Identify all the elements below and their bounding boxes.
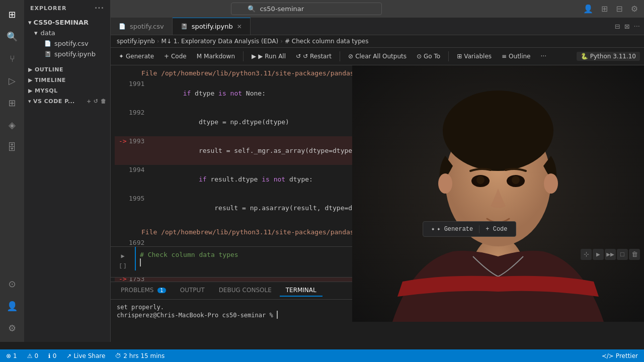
status-errors[interactable]: ⊗ 1: [4, 349, 19, 362]
add-icon[interactable]: +: [87, 98, 92, 105]
live-share-button[interactable]: ↗ Live Share: [64, 349, 107, 362]
debug-console-tab[interactable]: DEBUG CONSOLE: [213, 285, 278, 297]
python-version-badge[interactable]: 🐍 Python 3.11.10: [577, 52, 640, 61]
tab-more-icon[interactable]: ···: [634, 23, 640, 30]
markdown-button[interactable]: M Markdown: [193, 51, 239, 62]
status-bar: ⊗ 1 ⚠ 0 ℹ 0 ↗ Live Share ⏱ 2 hrs 15 mins…: [0, 349, 644, 362]
code-line-1993: -> 1993 result = self._mgr.as_array(dtyp…: [115, 136, 640, 165]
variables-button[interactable]: ⊞ Variables: [453, 51, 496, 62]
account-activity-icon[interactable]: 👤: [2, 296, 22, 316]
tab-split-icon[interactable]: ⊠: [624, 23, 630, 30]
prettier-icon: ≺/≻: [602, 352, 614, 359]
kill-terminal-icon[interactable]: 🗑: [604, 287, 611, 295]
account-icon[interactable]: 👤: [581, 2, 595, 16]
cell-line-2: [140, 258, 612, 266]
jupyter-icon[interactable]: ◈: [2, 115, 22, 135]
sidebar-sub-files: ▾ data 📄 spotify.csv 📓 spotify.ipynb: [24, 28, 110, 59]
sidebar-folder-data[interactable]: ▾ data: [30, 28, 110, 38]
search-activity-icon[interactable]: 🔍: [2, 26, 22, 46]
live-share-label: Live Share: [73, 352, 105, 359]
cell-delete-button[interactable]: 🗑: [629, 249, 640, 260]
run-below-button[interactable]: ▶▶: [605, 249, 616, 260]
sidebar-more-button[interactable]: ···: [95, 4, 104, 12]
cell-run-btn[interactable]: ▶: [118, 251, 128, 261]
error-icon: ⊗: [6, 352, 11, 359]
mysql-label: MYSQL: [35, 87, 58, 94]
clear-icon: ⊘: [348, 53, 353, 60]
tab-layout-icon[interactable]: ⊟: [615, 23, 620, 30]
breadcrumb-file[interactable]: spotify.ipynb: [117, 38, 155, 45]
sidebar-vscode-section[interactable]: ▾ VS CODE P... + ↺ 🗑: [24, 96, 110, 107]
tab-close-button[interactable]: ✕: [237, 23, 242, 30]
maximize-panel-icon[interactable]: ⬆: [625, 287, 630, 295]
sidebar-folder-root[interactable]: ▾ CS50-SEMINAR: [24, 17, 110, 28]
tab-ipynb-label: spotify.ipynb: [192, 23, 233, 30]
file-path-2a: File /opt/homebrew/lib/python3.11/site-p…: [141, 228, 381, 236]
run-cell-button[interactable]: ▶: [593, 249, 604, 260]
cell-format-button[interactable]: □: [617, 249, 628, 260]
active-cell-content[interactable]: # Check column data types: [135, 247, 616, 270]
extensions-icon[interactable]: ⊞: [2, 93, 22, 113]
search-bar[interactable]: 🔍 cs50-seminar: [32, 3, 581, 15]
status-warnings[interactable]: ⚠ 0: [25, 349, 40, 362]
sidebar-timeline-section[interactable]: ▶ TIMELINE: [24, 75, 110, 85]
info-icon: ℹ: [48, 352, 51, 359]
file-path-1: File /opt/homebrew/lib/python3.11/site-p…: [141, 69, 633, 77]
sidebar-root-section: ▾ CS50-SEMINAR ▾ data 📄 spotify.csv 📓 sp…: [24, 16, 110, 60]
search-input[interactable]: 🔍 cs50-seminar: [231, 3, 382, 15]
terminal-cursor: [277, 311, 278, 319]
explorer-icon[interactable]: ⊞: [2, 4, 22, 24]
terminal-tab[interactable]: TERMINAL: [280, 285, 323, 297]
restart-label: ↺ Restart: [303, 53, 332, 60]
status-info[interactable]: ℹ 0: [46, 349, 58, 362]
restart-button[interactable]: ↺ ↺ Restart: [292, 51, 336, 62]
terminal-content: set properly. chrisperez@Chris-MacBook-P…: [111, 300, 644, 323]
breadcrumb-section[interactable]: M↓ 1. Exploratory Data Analysis (EDA): [162, 38, 279, 45]
problems-tab[interactable]: PROBLEMS 1: [115, 285, 172, 297]
run-all-button[interactable]: ▶ ▶ Run All: [248, 51, 290, 62]
add-code-button[interactable]: + Code: [160, 51, 191, 62]
remote-icon[interactable]: ⊙: [2, 274, 22, 294]
prettier-button[interactable]: ≺/≻ Prettier: [600, 352, 640, 359]
goto-button[interactable]: ⊙ Go To: [413, 51, 444, 62]
run-all-icon: ▶: [252, 53, 256, 60]
sidebar-item-ipynb[interactable]: 📓 spotify.ipynb: [40, 49, 110, 59]
output-tab[interactable]: OUTPUT: [174, 285, 211, 297]
close-panel-icon[interactable]: ✕: [634, 287, 640, 295]
tab-ipynb[interactable]: 📓 spotify.ipynb ✕: [173, 18, 251, 35]
cell-toolbar: ⊹ ▶ ▶▶ □ 🗑: [581, 249, 640, 260]
more-actions-button[interactable]: ···: [537, 51, 550, 62]
split-terminal-icon[interactable]: ⊟: [595, 287, 600, 295]
gear-activity-icon[interactable]: ⚙: [2, 318, 22, 338]
split-icon[interactable]: ⊟: [614, 2, 624, 16]
timeline-label: TIMELINE: [35, 77, 66, 83]
sync-icon[interactable]: ↺: [94, 98, 99, 105]
float-toolbar-container: ✦ ✦ Generate + Code: [423, 221, 516, 237]
float-generate-button[interactable]: ✦ ✦ Generate: [427, 224, 477, 234]
tab-csv[interactable]: 📄 spotify.csv: [111, 18, 173, 35]
clear-outputs-button[interactable]: ⊘ Clear All Outputs: [344, 51, 411, 62]
tab-csv-icon: 📄: [119, 23, 126, 30]
settings-icon[interactable]: ⚙: [629, 2, 640, 16]
active-cell-body: ▶ [ ] # Check column data types Python: [111, 247, 644, 277]
run-above-button[interactable]: ⊹: [581, 249, 592, 260]
source-control-icon[interactable]: ⑂: [2, 48, 22, 68]
breadcrumb-cell[interactable]: # Check column data types: [285, 38, 369, 45]
sidebar-csv-label: spotify.csv: [54, 40, 89, 47]
cell-gutter-active: ▶ [ ]: [111, 247, 135, 269]
sidebar-outline-section[interactable]: ▶ OUTLINE: [24, 64, 110, 75]
generate-button[interactable]: ✦ Generate: [115, 51, 158, 62]
add-terminal-icon[interactable]: +: [585, 287, 591, 295]
title-right-controls: 👤 ⊞ ⊟ ⚙: [581, 2, 640, 16]
sidebar-item-csv[interactable]: 📄 spotify.csv: [40, 38, 110, 49]
run-debug-icon[interactable]: ▷: [2, 70, 22, 90]
more-terminal-icon[interactable]: ···: [615, 287, 621, 295]
outline-button[interactable]: ≡ Outline: [498, 51, 534, 62]
layout-icon[interactable]: ⊞: [599, 2, 610, 16]
sidebar-mysql-section[interactable]: ▶ MYSQL: [24, 85, 110, 96]
delete-icon[interactable]: 🗑: [101, 98, 107, 105]
variables-icon: ⊞: [457, 53, 462, 60]
warning-count: 0: [34, 352, 38, 359]
float-code-button[interactable]: + Code: [481, 224, 511, 234]
database-icon[interactable]: 🗄: [2, 137, 22, 157]
